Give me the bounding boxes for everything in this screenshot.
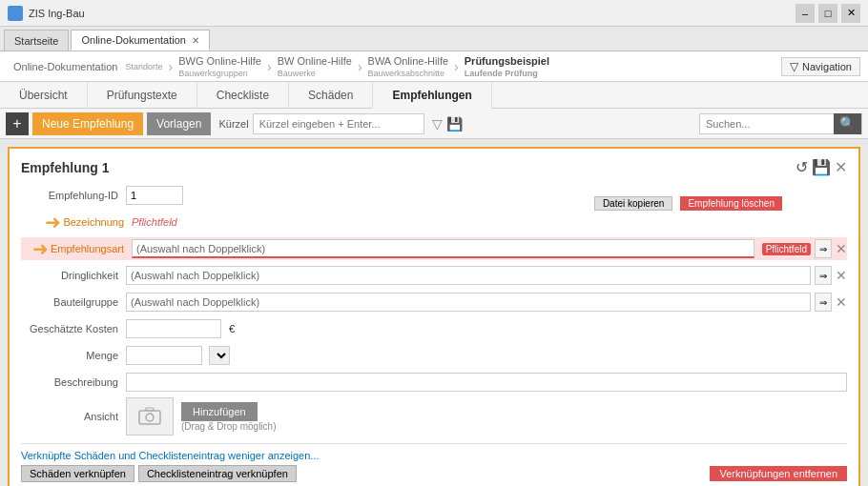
- empfehlungsart-label: Empfehlungsart: [51, 243, 124, 254]
- euro-symbol: €: [229, 323, 235, 334]
- kurzel-label: Kürzel: [218, 118, 248, 130]
- app-title: ZIS Ing-Bau: [29, 8, 796, 19]
- main-content: Empfehlung 1 ↺ 💾 ✕ Datei kopieren Empfeh…: [0, 139, 868, 486]
- datei-kopieren-button[interactable]: Datei kopieren: [594, 196, 672, 211]
- verknupft-title: Verknüpfte Schäden und Checklisteneintra…: [21, 450, 847, 461]
- window-controls: – □ ✕: [796, 4, 860, 23]
- navtab-ubersicht[interactable]: Übersicht: [0, 82, 88, 109]
- dringlichkeit-dropdown-btn[interactable]: ⇒: [815, 266, 832, 285]
- top-actions: Datei kopieren Empfehlung löschen: [594, 196, 782, 211]
- form-title-text: Empfehlung 1: [21, 160, 110, 175]
- empfehlung-id-label: Empfehlung-ID: [21, 190, 126, 201]
- menge-label: Menge: [21, 350, 126, 361]
- dringlichkeit-label: Dringlichkeit: [21, 270, 126, 281]
- bauteilgruppe-input[interactable]: [126, 293, 811, 312]
- svg-rect-0: [139, 411, 160, 424]
- schaden-verknupfen-button[interactable]: Schäden verknüpfen: [21, 465, 134, 482]
- breadcrumb-bwa[interactable]: BWA Online-Hilfe Bauwerksabschnitte: [362, 55, 455, 78]
- bezeichnung-control: Pflichtfeld: [132, 215, 847, 229]
- action-bar: + Neue Empfehlung Vorlagen Kürzel ▽ 💾 🔍: [0, 109, 868, 139]
- kosten-input[interactable]: [126, 319, 221, 338]
- breadcrumb-online-dok[interactable]: Online-Dokumentation Standorte: [8, 61, 168, 72]
- camera-placeholder: [126, 397, 174, 435]
- filter-icon: ▽: [790, 60, 798, 73]
- navigation-button[interactable]: ▽ Navigation: [781, 57, 860, 76]
- ansicht-control: Hinzufügen (Drag & Drop möglich): [126, 397, 847, 435]
- dringlichkeit-control: ⇒ ✕: [126, 266, 847, 285]
- add-button[interactable]: +: [6, 112, 29, 135]
- empfehlung-id-input[interactable]: [126, 186, 183, 205]
- checkliste-verknupfen-button[interactable]: Checklisteneintrag verknüpfen: [138, 465, 297, 482]
- dringlichkeit-row: Dringlichkeit ⇒ ✕: [21, 264, 847, 287]
- neue-empfehlung-button[interactable]: Neue Empfehlung: [32, 112, 143, 135]
- empfehlungsart-control: Pflichtfeld ⇒ ✕: [132, 239, 847, 258]
- bauteilgruppe-dropdown-btn[interactable]: ⇒: [815, 293, 832, 312]
- tab-close-icon[interactable]: ✕: [192, 35, 199, 46]
- tab-online-dokumentation[interactable]: Online-Dokumentation ✕: [71, 30, 209, 51]
- verknupft-links: Schäden verknüpfen Checklisteneintrag ve…: [21, 465, 847, 482]
- tabbar: Startseite Online-Dokumentation ✕: [0, 27, 868, 51]
- navtab-schaden[interactable]: Schäden: [289, 82, 373, 109]
- beschreibung-label: Beschreibung: [21, 376, 126, 388]
- verknupft-section: Verknüpfte Schäden und Checklisteneintra…: [21, 443, 847, 486]
- minimize-button[interactable]: –: [796, 4, 815, 23]
- bauteilgruppe-control: ⇒ ✕: [126, 293, 847, 312]
- menge-control: [126, 346, 847, 365]
- empfehlungsart-clear-btn[interactable]: ✕: [836, 241, 847, 256]
- menge-input[interactable]: [126, 346, 202, 365]
- ansicht-label: Ansicht: [21, 411, 126, 422]
- bauteilgruppe-clear-btn[interactable]: ✕: [836, 294, 847, 310]
- svg-rect-2: [146, 408, 154, 411]
- bauteilgruppe-label: Bauteilgruppe: [21, 296, 126, 308]
- empfehlung-form: Empfehlung 1 ↺ 💾 ✕ Datei kopieren Empfeh…: [8, 147, 860, 486]
- empfehlungsart-dropdown-btn[interactable]: ⇒: [815, 239, 832, 258]
- filter-icon[interactable]: ▽: [432, 116, 443, 132]
- search-input[interactable]: [700, 116, 834, 132]
- hinzufuegen-area: Hinzufügen (Drag & Drop möglich): [181, 402, 276, 432]
- empfehlung-id-control: [126, 186, 240, 205]
- empfehlungsart-arrow-icon: ➜: [32, 237, 49, 260]
- navtab-checkliste[interactable]: Checkliste: [197, 82, 289, 109]
- titlebar: ZIS Ing-Bau – □ ✕: [0, 0, 868, 27]
- kosten-row: Geschätzte Kosten €: [21, 317, 847, 340]
- kurzel-input[interactable]: [253, 113, 424, 134]
- search-bar: 🔍: [699, 113, 862, 134]
- breadcrumb-bw[interactable]: BW Online-Hilfe Bauwerke: [272, 55, 358, 78]
- search-button[interactable]: 🔍: [834, 113, 861, 134]
- tab-startseite[interactable]: Startseite: [4, 30, 69, 51]
- form-title-actions: ↺ 💾 ✕: [796, 158, 847, 176]
- kosten-label: Geschätzte Kosten: [21, 323, 126, 334]
- empfehlung-loeschen-button[interactable]: Empfehlung löschen: [680, 196, 782, 211]
- bezeichnung-arrow-icon: ➜: [45, 211, 61, 233]
- dringlichkeit-input[interactable]: [126, 266, 811, 285]
- beschreibung-input[interactable]: [126, 373, 847, 392]
- undo-button[interactable]: ↺: [796, 158, 808, 176]
- navtab-prufungstexte[interactable]: Prüfungstexte: [88, 82, 197, 109]
- breadcrumb-pruefung[interactable]: Prüfungsbeispiel Laufende Prüfung: [459, 55, 555, 78]
- empfehlungsart-input[interactable]: [132, 239, 754, 258]
- form-title-bar: Empfehlung 1 ↺ 💾 ✕: [21, 158, 847, 176]
- dringlichkeit-clear-btn[interactable]: ✕: [836, 268, 847, 283]
- breadcrumb-bar: Online-Dokumentation Standorte › BWG Onl…: [0, 51, 868, 82]
- vorlagen-button[interactable]: Vorlagen: [147, 112, 211, 135]
- hinzufuegen-button[interactable]: Hinzufügen: [181, 402, 258, 421]
- save-disk-icon[interactable]: 💾: [446, 116, 463, 132]
- beschreibung-control: [126, 373, 847, 392]
- bezeichnung-pflichtfeld: Pflichtfeld: [132, 216, 177, 228]
- navtab-empfehlungen[interactable]: Empfehlungen: [373, 82, 491, 109]
- breadcrumb-bwg[interactable]: BWG Online-Hilfe Bauwerksgruppen: [173, 55, 267, 78]
- close-window-button[interactable]: ✕: [841, 4, 860, 23]
- beschreibung-row: Beschreibung: [21, 371, 847, 394]
- maximize-button[interactable]: □: [818, 4, 837, 23]
- ansicht-row: Ansicht Hinzufügen (Drag & Drop möglich): [21, 397, 847, 435]
- menge-row: Menge: [21, 344, 847, 367]
- bauteilgruppe-row: Bauteilgruppe ⇒ ✕: [21, 291, 847, 314]
- form-close-button[interactable]: ✕: [835, 158, 847, 176]
- form-save-button[interactable]: 💾: [812, 158, 831, 176]
- nav-tabs: Übersicht Prüfungstexte Checkliste Schäd…: [0, 82, 868, 109]
- kosten-control: €: [126, 319, 847, 338]
- verknupfungen-entfernen-button[interactable]: Verknüpfungen entfernen: [710, 466, 847, 481]
- less-link[interactable]: weniger anzeigen...: [228, 450, 319, 461]
- menge-unit-select[interactable]: [209, 346, 230, 365]
- bezeichnung-label: Bezeichnung: [63, 216, 124, 228]
